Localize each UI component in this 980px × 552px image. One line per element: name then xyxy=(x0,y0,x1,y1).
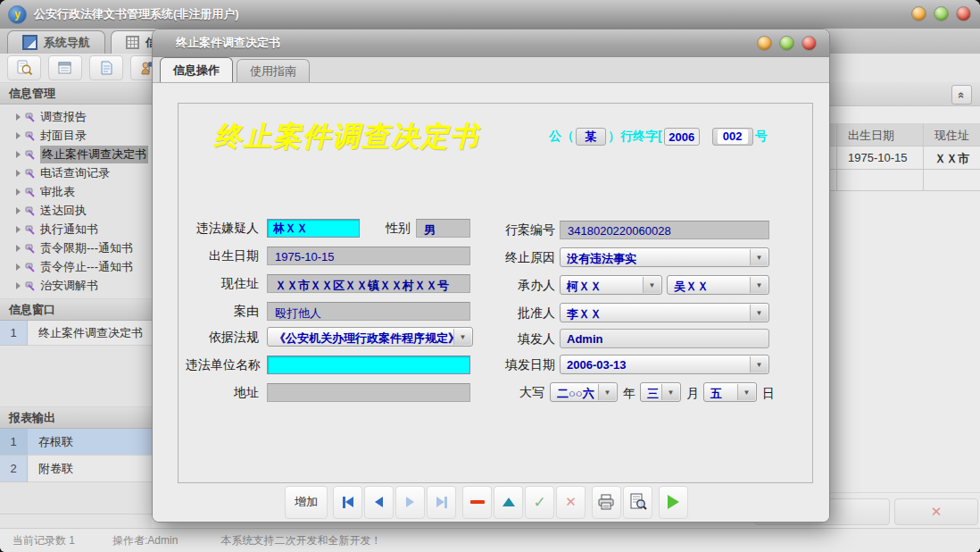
case-no-label: 行案编号 xyxy=(475,222,555,238)
tree-item[interactable]: 执行通知书 xyxy=(0,220,152,238)
tree-item-label: 执行通知书 xyxy=(40,222,98,238)
window-controls xyxy=(911,6,971,21)
tree-item[interactable]: 封面目录 xyxy=(0,126,152,145)
dropdown-arrow-icon[interactable]: ▼ xyxy=(750,305,768,321)
edit-record-button[interactable] xyxy=(494,486,523,519)
day-cn-dropdown[interactable]: 五 ▼ xyxy=(703,382,757,402)
minus-icon xyxy=(470,500,485,504)
expand-arrow-icon[interactable] xyxy=(16,188,21,196)
print-button[interactable] xyxy=(592,486,621,519)
row-number: 2 xyxy=(0,456,28,482)
tree-item[interactable]: 送达回执 xyxy=(0,201,152,220)
list-view-button[interactable] xyxy=(48,55,82,80)
case-no-field: 3418020220060028 xyxy=(560,221,769,239)
expand-arrow-icon[interactable] xyxy=(16,226,21,233)
tree-item[interactable]: 审批表 xyxy=(0,182,152,201)
expand-arrow-icon[interactable] xyxy=(16,282,21,289)
dialog-toolbar: 增加 ✓ ✕ xyxy=(285,485,688,519)
expand-arrow-icon[interactable] xyxy=(16,151,21,158)
expand-arrow-icon[interactable] xyxy=(16,207,21,214)
stop-reason-dropdown[interactable]: 没有违法事实 ▼ xyxy=(560,247,769,267)
doc-tool-icon xyxy=(25,168,36,179)
handler1-dropdown[interactable]: 柯ＸＸ ▼ xyxy=(560,275,662,295)
report-row[interactable]: 2 附卷联 xyxy=(0,456,152,482)
last-record-button[interactable] xyxy=(427,486,456,519)
dialog-maximize-button[interactable] xyxy=(779,36,794,51)
dialog-title: 终止案件调查决定书 xyxy=(176,35,280,51)
dialog-titlebar: 终止案件调查决定书 xyxy=(153,29,829,57)
dialog-minimize-button[interactable] xyxy=(757,36,772,51)
preview-button[interactable] xyxy=(623,486,652,519)
grid-header-row: 出生日期 现住址 xyxy=(830,123,980,146)
dropdown-arrow-icon[interactable]: ▼ xyxy=(750,249,768,265)
screen: y 公安行政法律文书管理系统(非注册用户) 系统导航 信息操作 xyxy=(0,0,980,552)
expand-arrow-icon[interactable] xyxy=(16,113,21,121)
dialog-tab-info-operation[interactable]: 信息操作 xyxy=(160,57,233,82)
fill-date-dropdown[interactable]: 2006-03-13 ▼ xyxy=(560,355,769,374)
tree-item[interactable]: 责令停止---通知书 xyxy=(0,257,152,276)
tab-label: 系统导航 xyxy=(44,35,90,51)
month-cn-dropdown[interactable]: 三 ▼ xyxy=(640,382,681,402)
save-record-button[interactable]: ✓ xyxy=(525,486,554,519)
background-cancel-button[interactable]: ✕ xyxy=(894,498,978,525)
dialog-close-button[interactable] xyxy=(801,36,817,51)
dropdown-arrow-icon[interactable]: ▼ xyxy=(643,277,660,293)
approver-dropdown[interactable]: 李ＸＸ ▼ xyxy=(560,303,769,322)
dropdown-arrow-icon[interactable]: ▼ xyxy=(750,277,768,293)
tree-item[interactable]: 电话查询记录 xyxy=(0,163,152,182)
next-record-button[interactable] xyxy=(395,486,425,519)
stop-reason-label: 终止原因 xyxy=(475,250,555,266)
dropdown-arrow-icon[interactable]: ▼ xyxy=(737,384,755,400)
form-row: 批准人 李ＸＸ ▼ xyxy=(179,303,771,324)
play-icon xyxy=(668,495,679,509)
form-row: 填发日期 2006-03-13 ▼ xyxy=(179,355,771,376)
doc-number-year-input[interactable]: 2006 xyxy=(664,128,700,146)
close-button[interactable] xyxy=(956,6,971,21)
document-icon xyxy=(98,60,114,76)
doc-number-unit-input[interactable]: 某 xyxy=(576,128,606,146)
tab-system-nav[interactable]: 系统导航 xyxy=(7,30,105,54)
tree-item[interactable]: 责令限期---通知书 xyxy=(0,238,152,257)
doc-number-seq-input[interactable]: 002 xyxy=(712,128,753,146)
report-row-selected[interactable]: 1 存根联 xyxy=(0,429,152,456)
grid-data-row[interactable]: 1975-10-15 ＸＸ市Ｘ xyxy=(830,146,980,170)
dialog-window-controls xyxy=(757,36,817,51)
info-operation-icon xyxy=(126,36,139,49)
row-number: 1 xyxy=(0,429,28,456)
printer-icon xyxy=(597,493,616,511)
system-nav-icon xyxy=(22,35,37,50)
search-button[interactable] xyxy=(7,55,41,80)
collapse-panel-button[interactable]: « xyxy=(951,85,972,105)
doc-tool-icon xyxy=(25,187,36,197)
expand-arrow-icon[interactable] xyxy=(16,132,21,139)
maximize-button[interactable] xyxy=(934,6,949,21)
handler2-dropdown[interactable]: 吴ＸＸ ▼ xyxy=(667,275,769,295)
document-button[interactable] xyxy=(89,55,123,80)
year-cn-dropdown[interactable]: 二○○六 ▼ xyxy=(550,382,618,402)
dialog-tab-bar: 信息操作 使用指南 xyxy=(153,57,829,83)
dropdown-arrow-icon[interactable]: ▼ xyxy=(750,356,768,372)
expand-arrow-icon[interactable] xyxy=(16,245,21,252)
tree-item[interactable]: 调查报告 xyxy=(0,107,152,126)
expand-arrow-icon[interactable] xyxy=(16,263,21,271)
previous-record-button[interactable] xyxy=(364,486,394,519)
expand-arrow-icon[interactable] xyxy=(16,170,21,177)
dialog-tab-user-guide[interactable]: 使用指南 xyxy=(237,59,310,82)
tree-item[interactable]: 治安调解书 xyxy=(0,276,152,295)
dropdown-arrow-icon[interactable]: ▼ xyxy=(661,384,679,400)
form-row: 行案编号 3418020220060028 xyxy=(179,220,771,241)
tree-item-label: 送达回执 xyxy=(40,203,87,219)
add-button[interactable]: 增加 xyxy=(285,486,328,519)
tree-item-selected[interactable]: 终止案件调查决定书 xyxy=(0,145,152,163)
dropdown-arrow-icon[interactable]: ▼ xyxy=(598,384,616,400)
cancel-record-button[interactable]: ✕ xyxy=(556,486,586,519)
delete-record-button[interactable] xyxy=(462,486,492,519)
day-unit: 日 xyxy=(762,386,775,402)
minimize-button[interactable] xyxy=(911,6,926,21)
form-row: 终止原因 没有违法事实 ▼ xyxy=(179,247,771,269)
first-record-button[interactable] xyxy=(333,486,362,519)
run-report-button[interactable] xyxy=(659,486,688,519)
main-titlebar: y 公安行政法律文书管理系统(非注册用户) xyxy=(0,0,980,29)
operator: 操作者:Admin xyxy=(112,533,178,548)
info-window-row[interactable]: 1 终止案件调查决定书 xyxy=(0,321,152,346)
